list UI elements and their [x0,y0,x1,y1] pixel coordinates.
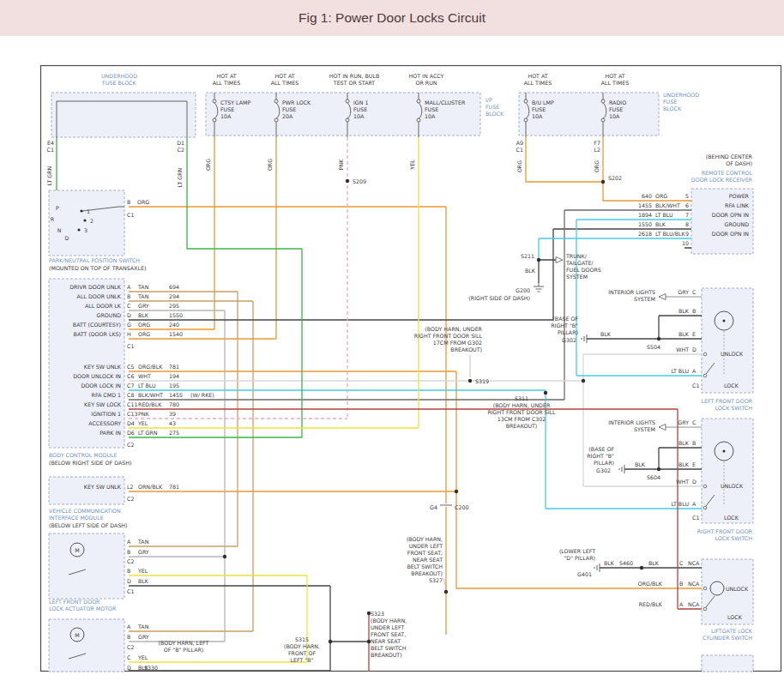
pn-switch-title: PARK/NEUTRAL POSITION SWITCH [49,257,140,263]
wire-color-label: ORG [594,160,600,172]
lock-label: LOCK [727,614,743,620]
pin-label: B [127,293,130,299]
gear-position: R [51,216,55,222]
pn-detent-dot [77,228,80,231]
wire-color-label: TAN [137,284,149,290]
wire-num: 39 [169,411,176,417]
splice-label-s604: S604 [647,474,660,480]
vcim-box [49,477,124,504]
pin-label: L2 [127,484,134,490]
fuse-terminal [601,118,605,122]
pin-label: D6 [127,430,135,436]
wire-color-label: YEL [137,568,148,574]
underhood-fuse-block-left-box [51,93,196,137]
switch-contact [703,607,707,611]
knob-center [723,450,726,453]
pin-function: ALL DOOR UNLK [77,293,122,299]
wire-color-label: WHT [676,479,689,485]
pin-label: A [692,368,697,374]
conn-pin: E4 [47,140,54,146]
pn-detent-dot [80,209,82,212]
junction-dot [582,379,585,383]
conn-pin: C1 [47,147,54,153]
wire-color-label: LT GRN [46,166,52,185]
switch-contact [703,587,707,590]
hot-at-all-times-label: HOT ATALL TIMES [213,73,240,86]
wire-num: 2618 [638,231,652,237]
splice-dot-s202 [601,180,605,184]
ground-label-g302: G302 [562,337,576,343]
pin-label: 10 [682,240,689,246]
conn-pin: F7 [594,140,600,146]
splice-label-s460: S460 [619,560,633,566]
pn-switch-box [49,190,124,256]
wire-color-label: GRY [678,289,689,295]
motor-m-label: M [75,547,79,553]
pin-label: B [127,634,130,640]
pin-label: A [679,601,684,607]
lock-label: LOCK [724,383,739,389]
motor2-box [49,619,124,672]
splice-dot-s327 [444,590,448,594]
motor1-box [49,533,124,599]
fuse-terminal [213,118,216,122]
junction-dot [223,555,226,558]
wire-color-label: BLK [648,560,660,566]
hot-in-run-label: HOT IN RUN, BULBTEST OR START [329,73,380,86]
wire-color-label: YEL [137,654,148,660]
pin-label: C5 [127,364,134,370]
pin-label: C [692,289,697,295]
fuse-terminal [346,118,349,122]
wire-color-label: BLK [138,665,149,671]
wire-color-label: ORG/BLK [138,364,163,370]
wire-color-label: WHT [676,346,689,353]
splice-label-s319: S319 [475,378,489,384]
switch-contact [703,353,707,356]
fuse-terminal [346,99,349,103]
splice-label-s211: S211 [521,253,534,259]
pin-function: BATT (DOOR LKS) [74,331,121,337]
pin-label: D4 [127,420,135,426]
pin-label: G [127,322,131,328]
wire-color-label: LT BLU [655,212,673,218]
pin-label: E [692,461,696,467]
wire-color-label: TAN [137,293,149,299]
gear-position: P [56,205,59,211]
wire-num: 240 [169,322,179,328]
wire-color-label: GRY [678,419,689,425]
pin-label: A [127,284,131,290]
connector-label: C1 [692,383,699,389]
wire-color-label: BLK [138,578,149,584]
grid-label-g4: G4 [430,504,437,510]
harness-note-s323: S323(BODY HARN,UNDER LEFTFRONT SEAT,NEAR… [371,611,407,658]
wire-num: 780 [169,401,179,407]
wire-color-label: LT BLU [671,368,689,374]
pin-label: B [692,308,696,314]
unlock-label: UNLOCK [721,351,744,357]
wire-color-label: BLK [525,268,536,274]
wire-color-label: BLK [678,461,690,467]
wire-color-label: PNK [338,159,344,171]
pin-label: D [692,346,697,353]
conn-pin: C2 [178,147,184,153]
pin-label: 6 [685,202,689,208]
hot-at-all-times-label: HOT ATALL TIMES [601,73,629,86]
connector-label: C1 [127,343,134,349]
detent-label: 3 [84,227,87,233]
wire-color-label: TAN [137,539,149,545]
wire-color-label: ORG [516,160,522,172]
wire-color-label: BLK [678,440,690,446]
wire-num: 294 [169,293,179,299]
pin-label: C8 [127,392,134,398]
pin-function: PARK IN [100,430,121,436]
wire-num: 1455 [169,392,183,398]
splice-label-s209: S209 [353,178,366,184]
hot-at-all-times-label: HOT ATALL TIMES [271,73,299,86]
pin-label: C [127,654,131,660]
pin-function: POWER [729,193,750,199]
wire-color-label: LT BLU/BLK [655,231,686,237]
pin-function: KEY SW UNLK [84,484,122,490]
wire-color-label: BLK [678,331,690,337]
wire-color-label: YEL [137,420,148,426]
pin-function: RFA CMD 1 [92,392,121,398]
